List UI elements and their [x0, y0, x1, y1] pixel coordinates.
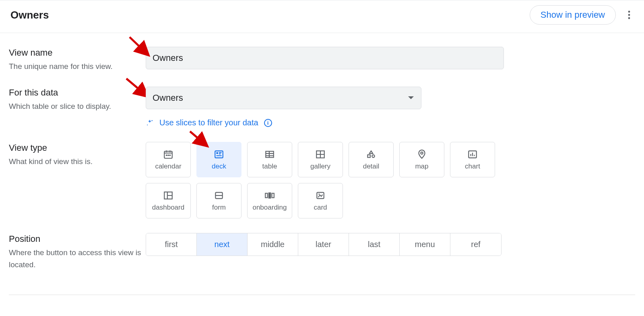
svg-rect-19 [265, 193, 267, 198]
view-type-option-gallery[interactable]: gallery [298, 142, 343, 177]
field-for-this-data: Owners Use slices to filter your data i [146, 87, 635, 127]
label-desc: What kind of view this is. [9, 156, 146, 167]
svg-point-1 [628, 14, 630, 16]
calendar-icon [163, 149, 174, 160]
view-type-label: dashboard [152, 204, 184, 212]
map-icon [416, 149, 427, 160]
info-icon[interactable]: i [264, 119, 272, 127]
view-type-option-onboarding[interactable]: onboarding [247, 183, 292, 218]
svg-rect-20 [268, 193, 271, 199]
onboarding-icon [264, 190, 275, 201]
gallery-icon [315, 149, 326, 160]
label-desc: The unique name for this view. [9, 60, 146, 72]
view-name-input[interactable] [146, 47, 504, 69]
detail-icon [365, 149, 377, 160]
form-icon [213, 190, 225, 201]
view-type-label: card [314, 204, 327, 212]
label-view-name: View name The unique name for this view. [9, 47, 146, 72]
label-view-type: View type What kind of view this is. [9, 142, 146, 167]
svg-point-14 [372, 155, 375, 158]
label-title: View type [9, 143, 146, 153]
svg-point-7 [168, 155, 169, 156]
chart-icon [467, 149, 478, 160]
view-type-label: deck [212, 162, 226, 170]
position-option-middle[interactable]: middle [248, 233, 298, 256]
svg-point-2 [628, 17, 630, 19]
view-type-label: form [212, 204, 226, 212]
view-type-label: onboarding [252, 204, 287, 212]
view-type-label: detail [363, 162, 380, 170]
bottom-divider [9, 295, 635, 295]
more-options-button[interactable] [622, 8, 636, 22]
position-option-first[interactable]: first [146, 233, 197, 256]
svg-point-8 [169, 155, 170, 156]
field-view-type: calendardecktablegallerydetailmapchartda… [146, 142, 635, 218]
svg-rect-13 [367, 155, 370, 158]
header-actions: Show in preview [530, 5, 636, 25]
table-icon [264, 149, 275, 160]
position-option-next[interactable]: next [197, 233, 248, 256]
view-type-label: map [415, 162, 428, 170]
view-type-option-card[interactable]: card [298, 183, 343, 218]
view-type-option-form[interactable]: form [196, 183, 242, 218]
dashboard-icon [163, 190, 174, 201]
view-type-label: gallery [310, 162, 330, 170]
view-type-label: chart [465, 162, 480, 170]
more-vertical-icon [628, 10, 630, 20]
content-area: View name The unique name for this view.… [0, 33, 644, 291]
view-type-option-map[interactable]: map [399, 142, 444, 177]
svg-point-0 [628, 11, 630, 13]
svg-point-3 [152, 120, 153, 121]
view-type-option-dashboard[interactable]: dashboard [146, 183, 191, 218]
svg-rect-10 [217, 152, 218, 154]
svg-rect-21 [272, 193, 274, 198]
use-slices-link[interactable]: Use slices to filter your data [159, 118, 258, 127]
row-view-name: View name The unique name for this view. [9, 47, 635, 72]
row-view-type: View type What kind of view this is. cal… [9, 142, 635, 218]
svg-point-4 [147, 125, 148, 125]
page-title: Owners [10, 9, 49, 21]
label-for-this-data: For this data Which table or slice to di… [9, 87, 146, 112]
view-type-option-table[interactable]: table [247, 142, 292, 177]
sparkle-icon [146, 119, 154, 127]
label-desc: Where the button to access this view is … [9, 247, 146, 270]
svg-point-23 [318, 194, 320, 195]
label-title: Position [9, 234, 146, 244]
view-type-option-detail[interactable]: detail [349, 142, 394, 177]
header-bar: Owners Show in preview [0, 0, 644, 33]
position-option-menu[interactable]: menu [400, 233, 450, 256]
view-type-option-calendar[interactable]: calendar [146, 142, 191, 177]
label-position: Position Where the button to access this… [9, 233, 146, 270]
svg-point-15 [421, 152, 423, 154]
card-icon [315, 190, 326, 201]
slice-link-row: Use slices to filter your data i [146, 118, 635, 127]
position-option-later[interactable]: later [298, 233, 349, 256]
field-position: firstnextmiddlelaterlastmenuref [146, 233, 635, 256]
field-view-name [146, 47, 635, 69]
label-title: View name [9, 48, 146, 58]
for-this-data-select[interactable]: Owners [146, 87, 421, 109]
view-type-label: table [262, 162, 277, 170]
view-type-option-deck[interactable]: deck [196, 142, 242, 177]
view-type-label: calendar [155, 162, 181, 170]
label-title: For this data [9, 87, 146, 98]
show-in-preview-button[interactable]: Show in preview [530, 5, 616, 25]
label-desc: Which table or slice to display. [9, 100, 146, 112]
deck-icon [213, 149, 225, 160]
svg-point-6 [166, 155, 167, 156]
position-option-last[interactable]: last [349, 233, 400, 256]
position-option-ref[interactable]: ref [450, 233, 501, 256]
row-position: Position Where the button to access this… [9, 233, 635, 270]
row-for-this-data: For this data Which table or slice to di… [9, 87, 635, 127]
view-type-option-chart[interactable]: chart [450, 142, 495, 177]
